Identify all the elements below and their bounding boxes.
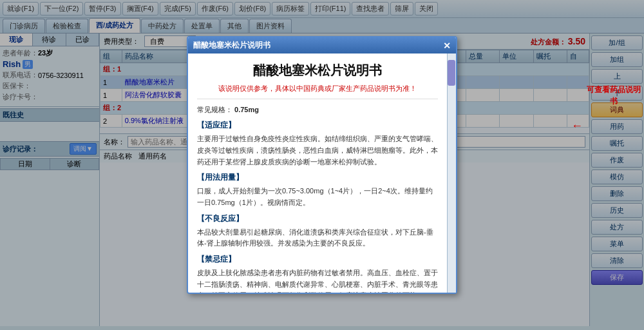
modal-section: 【适应症】主要用于过敏性自身免疫性炎症性疾病。如结缔组织病、严重的支气管哮喘、皮…: [197, 119, 438, 168]
section-header: 【禁忌症】: [197, 253, 438, 266]
common-spec-label: 常见规格：: [197, 106, 232, 113]
center-panel: 费用类型： 自费 医保 处方金额： 3.50 组药品名称规格每次/量频率天数用法…: [100, 34, 589, 326]
section-header: 【适应症】: [197, 119, 438, 131]
section-header: 【用法用量】: [197, 171, 438, 184]
section-content: 口服，成人开始剂量为一次0.75~3.00mg（1~4片），一日2~4次。维持量…: [197, 186, 438, 208]
section-header: 【不良反应】: [197, 213, 438, 225]
drug-info-modal-overlay: 醋酸地塞米松片说明书 ✕ 醋酸地塞米松片说明书 该说明仅供参考，具体以中国药典或…: [100, 34, 589, 326]
modal-body: 醋酸地塞米松片说明书 该说明仅供参考，具体以中国药典或厂家生产药品说明书为准！ …: [188, 53, 447, 293]
modal-title: 醋酸地塞米松片说明书: [193, 40, 270, 51]
common-spec-value: 0.75mg: [234, 106, 259, 113]
modal-close-btn[interactable]: ✕: [443, 41, 451, 50]
modal-subtitle: 该说明仅供参考，具体以中国药典或厂家生产药品说明书为准！: [197, 83, 438, 99]
annotation-text: 可查看药品说明书: [585, 84, 642, 107]
modal-section: 【禁忌症】皮肤及上肢化脓感染患者患有内脏药物有过敏者禁用。高血压、血栓症、置于十…: [197, 253, 438, 293]
modal-sections: 【适应症】主要用于过敏性自身免疫性炎症性疾病。如结缔组织病、严重的支气管哮喘、皮…: [197, 119, 438, 293]
modal-section: 【用法用量】口服，成人开始剂量为一次0.75~3.00mg（1~4片），一日2~…: [197, 171, 438, 208]
modal-section: 【不良反应】本品较大剂量易引起糖尿病、消化道溃疡和类库兴综合征症状，对下丘脑-垂…: [197, 213, 438, 249]
section-content: 本品较大剂量易引起糖尿病、消化道溃疡和类库兴综合征症状，对下丘脑-垂体-肾上腺轴…: [197, 227, 438, 249]
drug-info-modal: 醋酸地塞米松片说明书 ✕ 醋酸地塞米松片说明书 该说明仅供参考，具体以中国药典或…: [187, 36, 457, 294]
modal-scrollbar[interactable]: [447, 53, 456, 293]
modal-drug-title: 醋酸地塞米松片说明书: [197, 60, 438, 81]
modal-titlebar: 醋酸地塞米松片说明书 ✕: [188, 37, 456, 53]
section-content: 主要用于过敏性自身免疫性炎症性疾病。如结缔组织病、严重的支气管哮喘、皮炎等过敏性…: [197, 133, 438, 168]
section-content: 皮肤及上肢化脓感染患者患有内脏药物有过敏者禁用。高血压、血栓症、置于十二指肠溃疡…: [197, 267, 438, 293]
modal-scroll-thumb: [448, 60, 455, 86]
annotation-arrow: ←: [571, 119, 583, 133]
